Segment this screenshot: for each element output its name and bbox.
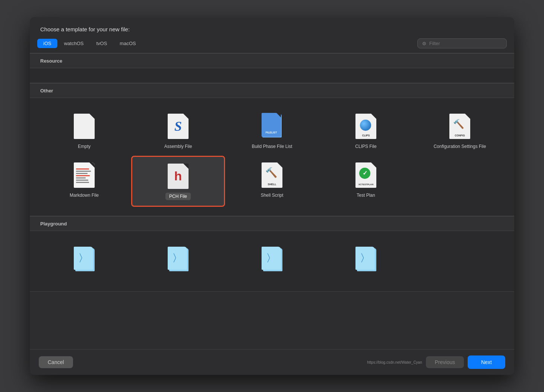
section-header-resource: Resource	[30, 53, 514, 68]
cancel-button[interactable]: Cancel	[39, 356, 73, 368]
dialog-title: Choose a template for your new file:	[30, 17, 514, 38]
content-area: Resource Other Empty S Assemb	[30, 53, 514, 349]
swift1-page-front: 〉	[74, 247, 93, 270]
assembly-file-icon: S	[166, 113, 190, 140]
pch-selected-label: PCH File	[165, 193, 191, 200]
config-hammer-icon: 🔨	[453, 119, 464, 129]
playground-items-grid: 〉 〉	[30, 231, 514, 292]
filelist-file-label: Build Phase File List	[252, 143, 292, 150]
pch-letter: h	[174, 169, 182, 183]
file-item-swift1[interactable]: 〉	[37, 240, 131, 282]
other-items-grid: Empty S Assembly File FILELIST	[30, 98, 514, 216]
config-inner-label: CONFIG	[449, 134, 470, 137]
swift3-page-front: 〉	[262, 247, 281, 270]
next-button[interactable]: Next	[468, 355, 505, 369]
clips-sphere	[360, 120, 371, 131]
filter-icon: ⊜	[422, 41, 426, 46]
file-item-config[interactable]: 🔨 CONFIG Configuration Settings File	[413, 107, 507, 156]
shell-inner-label: SHELL	[262, 183, 282, 186]
previous-button[interactable]: Previous	[426, 356, 464, 368]
tab-tvos[interactable]: tvOS	[90, 39, 113, 48]
file-item-empty[interactable]: Empty	[37, 107, 131, 156]
clips-file-icon: CLIPS	[354, 113, 378, 140]
file-item-testplan[interactable]: ✓ XCTESTPLAN Test Plan	[319, 156, 413, 207]
swift2-bird-icon: 〉	[172, 251, 183, 265]
filter-box[interactable]: ⊜	[417, 38, 507, 48]
file-item-pch[interactable]: h PCH File	[131, 156, 225, 207]
resource-section-empty	[30, 68, 514, 83]
testplan-badge: ✓	[359, 168, 370, 179]
tab-watchos[interactable]: watchOS	[58, 39, 90, 48]
markdown-file-icon	[72, 162, 96, 189]
config-file-icon: 🔨 CONFIG	[448, 113, 472, 140]
section-label-other: Other	[40, 88, 53, 94]
swift4-page-front: 〉	[355, 247, 375, 270]
testplan-inner-label: XCTESTPLAN	[355, 183, 376, 186]
shell-file-icon: 🔨 SHELL	[260, 162, 284, 189]
file-item-swift3[interactable]: 〉	[225, 240, 319, 282]
testplan-file-label: Test Plan	[357, 192, 375, 199]
file-item-shell[interactable]: 🔨 SHELL Shell Script	[225, 156, 319, 207]
filter-input[interactable]	[429, 41, 496, 46]
swift4-icon: 〉	[354, 246, 378, 273]
assembly-file-label: Assembly File	[164, 143, 192, 150]
pch-file-label: PCH File	[165, 193, 191, 200]
tab-macos[interactable]: macOS	[114, 39, 142, 48]
url-text: https://blog.csdn.net/Water_Cyan	[367, 360, 422, 364]
tab-ios[interactable]: iOS	[37, 39, 57, 48]
section-label-resource: Resource	[40, 58, 62, 64]
assembly-letter: S	[174, 118, 182, 134]
section-label-playground: Playground	[40, 221, 67, 227]
tab-bar: iOS watchOS tvOS macOS ⊜	[30, 38, 514, 53]
filelist-file-icon: FILELIST	[260, 113, 284, 140]
file-item-clips[interactable]: CLIPS CLIPS File	[319, 107, 413, 156]
filelist-page-front: FILELIST	[262, 113, 281, 137]
new-file-dialog: Choose a template for your new file: iOS…	[30, 17, 514, 375]
footer-right: https://blog.csdn.net/Water_Cyan Previou…	[364, 355, 505, 369]
empty-file-icon	[72, 113, 96, 140]
swift1-icon: 〉	[72, 246, 96, 273]
swift3-icon: 〉	[260, 246, 284, 273]
markdown-lines	[76, 168, 92, 184]
clips-inner-label: CLIPS	[355, 134, 376, 137]
testplan-file-icon: ✓ XCTESTPLAN	[354, 162, 378, 189]
filelist-inner-label: FILELIST	[262, 131, 281, 134]
markdown-file-label: Markdown File	[70, 192, 99, 199]
file-item-swift4[interactable]: 〉	[319, 240, 413, 282]
config-file-label: Configuration Settings File	[434, 143, 486, 150]
shell-file-label: Shell Script	[261, 192, 284, 199]
dialog-footer: Cancel https://blog.csdn.net/Water_Cyan …	[30, 349, 514, 375]
swift2-icon: 〉	[166, 246, 190, 273]
file-item-filelist[interactable]: FILELIST Build Phase File List	[225, 107, 319, 156]
file-item-markdown[interactable]: Markdown File	[37, 156, 131, 207]
swift1-bird-icon: 〉	[78, 251, 89, 265]
swift3-bird-icon: 〉	[266, 251, 276, 265]
swift4-bird-icon: 〉	[360, 251, 370, 265]
shell-hammer-icon: 🔨	[265, 167, 277, 178]
testplan-check-icon: ✓	[363, 170, 367, 177]
swift2-page-front: 〉	[168, 247, 187, 270]
section-header-playground: Playground	[30, 216, 514, 231]
footer-left: Cancel	[39, 356, 73, 368]
file-item-swift2[interactable]: 〉	[131, 240, 225, 282]
file-item-assembly[interactable]: S Assembly File	[131, 107, 225, 156]
clips-file-label: CLIPS File	[355, 143, 376, 150]
markdown-page	[74, 162, 95, 188]
empty-file-label: Empty	[78, 143, 91, 150]
pch-file-icon: h	[166, 163, 190, 190]
section-header-other: Other	[30, 83, 514, 98]
